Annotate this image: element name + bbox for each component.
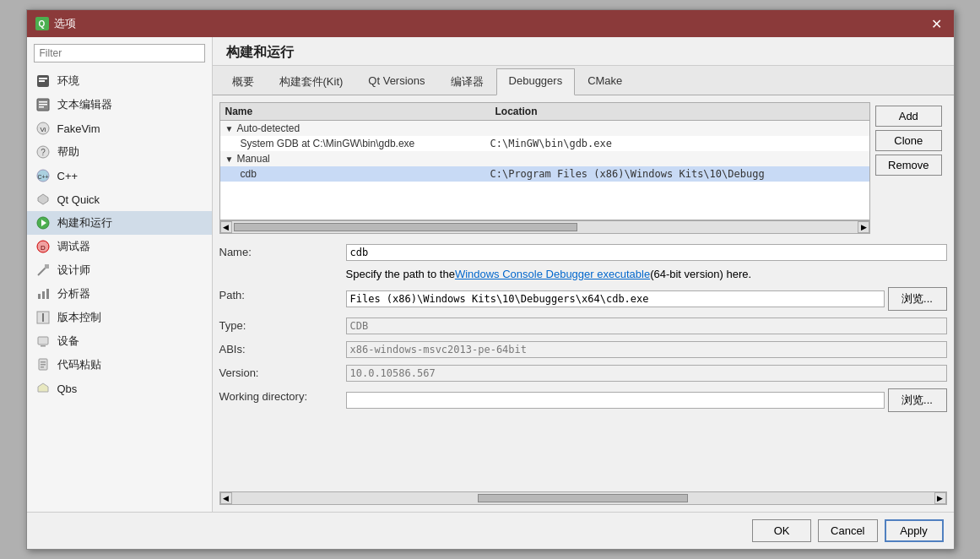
codepaste-icon [35, 357, 51, 372]
scroll-right-arrow-2[interactable]: ▶ [934, 492, 946, 504]
detail-workdir-row: Working directory: 浏览... [219, 385, 947, 415]
svg-rect-2 [39, 80, 45, 82]
svg-rect-25 [38, 337, 48, 345]
title-bar-left: Q 选项 [35, 16, 76, 31]
qt-quick-icon [35, 192, 51, 207]
sidebar-item-designer[interactable]: 设计师 [27, 258, 212, 282]
name-input[interactable] [346, 244, 947, 261]
sidebar-label-help: 帮助 [57, 144, 79, 160]
build-run-icon [35, 215, 51, 231]
sidebar-label-qbs: Qbs [57, 383, 78, 395]
workdir-input[interactable] [346, 392, 885, 409]
main-title: 构建和运行 [213, 37, 954, 66]
svg-marker-13 [38, 194, 48, 204]
tab-compilers[interactable]: 编译器 [438, 68, 496, 95]
svg-rect-30 [41, 366, 44, 368]
svg-text:Vi: Vi [40, 126, 46, 133]
sidebar-item-help[interactable]: ? 帮助 [27, 140, 212, 164]
apply-button[interactable]: Apply [885, 519, 944, 542]
detail-abis-row: ABIs: [219, 338, 947, 361]
sidebar-item-vcs[interactable]: 版本控制 [27, 306, 212, 329]
vcs-icon [35, 310, 51, 325]
abis-value [346, 341, 947, 358]
tab-cmake[interactable]: CMake [575, 68, 635, 95]
scroll-track-2[interactable] [232, 492, 934, 504]
col-location-header: Location [495, 106, 865, 117]
debugger-table-wrap: Name Location ▼ Auto-detected [219, 102, 871, 234]
specify-text1: Specify the path to the [346, 268, 455, 280]
sidebar-item-debugger[interactable]: D 调试器 [27, 235, 212, 258]
sidebar-item-cpp[interactable]: C++ C++ [27, 164, 212, 187]
filter-input[interactable] [34, 44, 205, 62]
detail-version-row: Version: [219, 361, 947, 385]
table-body[interactable]: ▼ Auto-detected System GDB at C:\MinGW\b… [220, 121, 870, 220]
svg-rect-20 [38, 294, 41, 299]
add-button[interactable]: Add [875, 106, 941, 127]
svg-rect-22 [46, 289, 49, 299]
sidebar-item-text-editor[interactable]: 文本编辑器 [27, 93, 212, 117]
svg-rect-29 [41, 364, 46, 366]
svg-rect-21 [42, 291, 45, 299]
scroll-track[interactable] [232, 221, 858, 233]
scroll-thumb-2[interactable] [478, 494, 689, 502]
chevron-down-icon: ▼ [225, 124, 234, 133]
tab-overview[interactable]: 概要 [219, 68, 267, 95]
content-area: 环境 文本编辑器 Vi FakeVim ? 帮助 [27, 37, 954, 512]
sidebar-label-env: 环境 [57, 73, 79, 89]
path-input[interactable] [346, 290, 885, 307]
main-panel: 构建和运行 概要 构建套件(Kit) Qt Versions 编译器 Debug… [213, 37, 954, 512]
close-button[interactable]: ✕ [929, 15, 945, 32]
sidebar-label-codepaste: 代码粘贴 [57, 357, 101, 372]
tab-qt-versions[interactable]: Qt Versions [355, 68, 437, 95]
sidebar-item-qbs[interactable]: Qbs [27, 377, 212, 400]
main-dialog: Q 选项 ✕ 环境 文本编辑器 [26, 9, 955, 550]
scroll-left-arrow[interactable]: ◀ [220, 221, 232, 233]
clone-button[interactable]: Clone [875, 130, 941, 151]
svg-text:C++: C++ [37, 174, 48, 180]
table-row-cdb[interactable]: cdb C:\Program Files (x86)\Windows Kits\… [220, 166, 870, 182]
tab-debuggers[interactable]: Debuggers [496, 68, 576, 95]
group-header-auto: ▼ Auto-detected [220, 121, 870, 136]
row-location-gdb: C:\MinGW\bin\gdb.exe [490, 138, 865, 149]
sidebar-label-devices: 设备 [57, 334, 79, 349]
detail-path-row: Path: 浏览... [219, 284, 947, 314]
version-label: Version: [219, 365, 346, 379]
sidebar-item-analyzer[interactable]: 分析器 [27, 282, 212, 306]
detail-type-row: Type: [219, 314, 947, 338]
bottom-horizontal-scrollbar[interactable]: ◀ ▶ [219, 491, 947, 505]
ok-button[interactable]: OK [752, 519, 811, 542]
table-header: Name Location [220, 103, 870, 121]
help-icon: ? [35, 144, 51, 160]
sidebar-item-env[interactable]: 环境 [27, 69, 212, 93]
browse-button[interactable]: 浏览... [888, 287, 947, 311]
tabs-bar: 概要 构建套件(Kit) Qt Versions 编译器 Debuggers C… [213, 66, 954, 95]
svg-rect-28 [41, 361, 46, 363]
browse-button-2[interactable]: 浏览... [888, 388, 947, 412]
dialog-title: 选项 [54, 16, 76, 31]
scroll-right-arrow[interactable]: ▶ [858, 221, 869, 233]
sidebar-label-debugger: 调试器 [57, 239, 90, 254]
sidebar-item-fakevim[interactable]: Vi FakeVim [27, 117, 212, 140]
sidebar-item-codepaste[interactable]: 代码粘贴 [27, 353, 212, 377]
type-value [346, 317, 947, 334]
sidebar-item-qt-quick[interactable]: Qt Quick [27, 187, 212, 211]
tab-build-kit[interactable]: 构建套件(Kit) [267, 68, 356, 95]
specify-link[interactable]: Windows Console Debugger executable [455, 268, 650, 280]
svg-rect-6 [39, 106, 44, 108]
title-bar: Q 选项 ✕ [27, 10, 954, 37]
scroll-left-arrow-2[interactable]: ◀ [220, 492, 232, 504]
table-row[interactable]: System GDB at C:\MinGW\bin\gdb.exe C:\Mi… [220, 136, 870, 151]
tab-content-debuggers: Name Location ▼ Auto-detected [213, 95, 954, 512]
row-name-gdb: System GDB at C:\MinGW\bin\gdb.exe [241, 138, 490, 149]
horizontal-scrollbar[interactable]: ◀ ▶ [219, 220, 871, 234]
path-input-row: 浏览... [346, 287, 947, 311]
remove-button[interactable]: Remove [875, 155, 941, 176]
debugger-table: Name Location ▼ Auto-detected [219, 102, 871, 220]
abis-label: ABIs: [219, 341, 346, 355]
detail-name-row: Name: [219, 241, 947, 264]
sidebar-item-build-run[interactable]: 构建和运行 [27, 211, 212, 235]
scroll-thumb[interactable] [234, 223, 578, 231]
sidebar-item-devices[interactable]: 设备 [27, 329, 212, 353]
cancel-button[interactable]: Cancel [818, 519, 877, 542]
debugger-upper: Name Location ▼ Auto-detected [219, 102, 947, 234]
